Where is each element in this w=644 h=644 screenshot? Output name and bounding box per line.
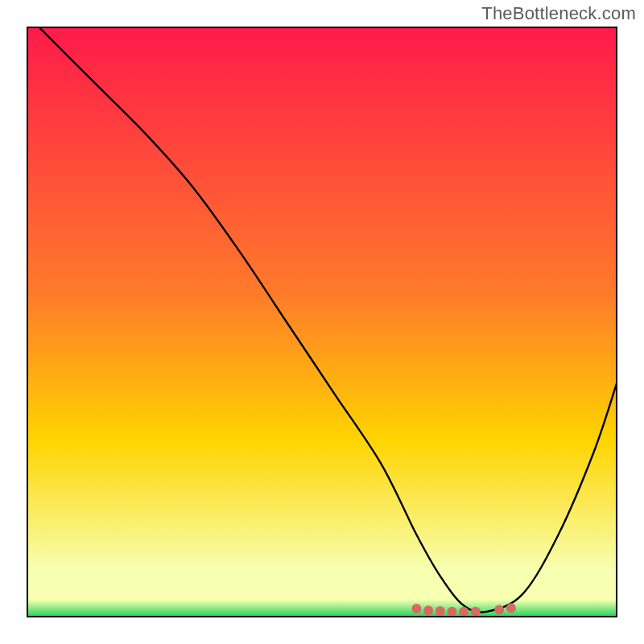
plot-border [27,27,617,617]
plot-area [27,27,617,617]
watermark-text: TheBottleneck.com [481,3,636,24]
chart-root: TheBottleneck.com [0,0,644,644]
